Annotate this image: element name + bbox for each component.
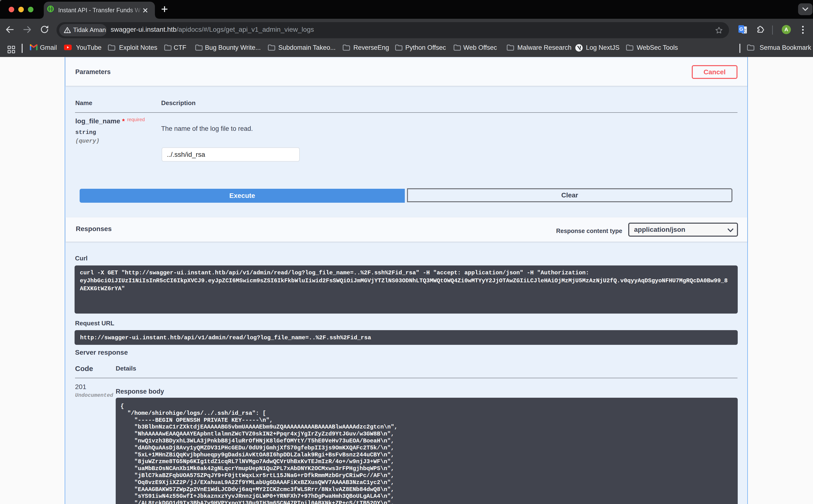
svg-text:G: G	[739, 26, 743, 32]
